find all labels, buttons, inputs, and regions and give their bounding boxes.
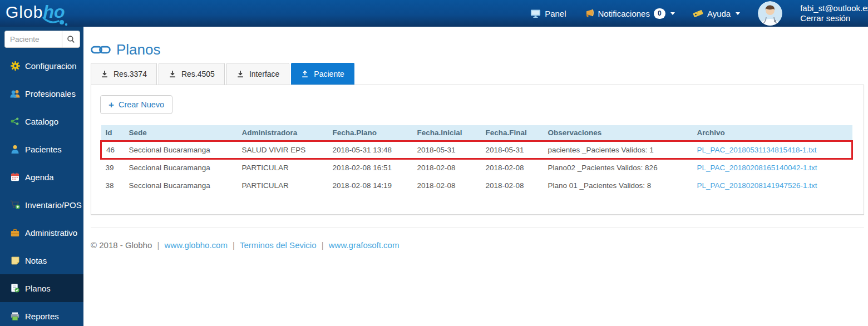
- footer-separator: |: [322, 240, 324, 250]
- person-icon: [10, 144, 20, 154]
- footer: © 2018 - Globho | www.globho.com | Termi…: [91, 240, 864, 250]
- tab-interface[interactable]: Interface: [226, 63, 289, 85]
- sidebar-item-catalogo[interactable]: Catalogo: [0, 107, 83, 135]
- search-input[interactable]: [4, 31, 62, 48]
- table-row: 46Seccional BucaramangaSALUD VIVIR EPS20…: [101, 141, 852, 159]
- sidebar-item-label: Agenda: [25, 172, 54, 182]
- nav-notificaciones[interactable]: Notificaciones 0: [584, 8, 675, 19]
- table-header: Id Sede Administradora Fecha.Plano Fecha…: [101, 125, 852, 141]
- gear-icon: [10, 61, 20, 71]
- tab-bar: Res.3374 Res.4505 Interface Paciente: [91, 63, 864, 85]
- footer-separator: |: [157, 240, 159, 250]
- cell-administradora: PARTICULAR: [238, 176, 328, 194]
- cell-id: 46: [101, 141, 125, 159]
- sidebar-item-configuracion[interactable]: Configuracion: [0, 52, 83, 80]
- upload-icon: [301, 70, 309, 78]
- chevron-down-icon: [670, 12, 675, 15]
- sidebar-item-notas[interactable]: Notas: [0, 246, 83, 274]
- cell-sede: Seccional Bucaramanga: [125, 159, 238, 176]
- logo-text-primary: Glob: [6, 3, 43, 21]
- search-button[interactable]: [62, 31, 80, 48]
- cell-fecha_inicial: 2018-02-08: [413, 176, 481, 194]
- top-nav: Panel Notificaciones 0 Ayuda: [530, 0, 868, 27]
- download-icon: [101, 70, 108, 78]
- logout-link[interactable]: Cerrar sesión: [800, 13, 868, 23]
- sidebar-item-administrativo[interactable]: Administrativo: [0, 219, 83, 246]
- sidebar-search: [0, 27, 83, 52]
- cell-archivo: PL_PAC_20180208141947526-1.txt: [693, 176, 852, 194]
- col-administradora: Administradora: [238, 125, 328, 141]
- nav-panel-label: Panel: [545, 9, 566, 18]
- cell-fecha_plano: 2018-02-08 14:19: [328, 176, 413, 194]
- table-row: 39Seccional BucaramangaPARTICULAR2018-02…: [101, 159, 852, 176]
- notifications-badge: 0: [654, 8, 665, 19]
- download-icon: [169, 70, 176, 78]
- chevron-down-icon: [736, 12, 740, 15]
- tab-label: Paciente: [314, 70, 344, 78]
- cell-fecha_final: 2018-02-08: [481, 159, 544, 176]
- sidebar-item-label: Profesionales: [25, 89, 76, 98]
- cell-observaciones: Plano02 _Pacientes Validos: 826: [544, 159, 693, 176]
- footer-separator: |: [233, 240, 235, 250]
- archivo-link[interactable]: PL_PAC_20180531134815418-1.txt: [697, 146, 817, 154]
- calendar-icon: [10, 172, 20, 182]
- archivo-link[interactable]: PL_PAC_20180208165140042-1.txt: [697, 164, 817, 172]
- sidebar-item-planos[interactable]: Planos: [0, 274, 83, 302]
- cell-id: 39: [101, 159, 125, 176]
- sidebar-item-label: Pacientes: [25, 145, 62, 154]
- ticket-icon: [693, 9, 703, 18]
- sidebar-item-profesionales[interactable]: Profesionales: [0, 80, 83, 107]
- sidebar-item-label: Administrativo: [25, 228, 77, 238]
- cell-sede: Seccional Bucaramanga: [125, 176, 238, 194]
- people-icon: [10, 88, 20, 98]
- cell-fecha_final: 2018-05-31: [481, 141, 544, 159]
- tab-label: Interface: [249, 70, 279, 78]
- crear-nuevo-button[interactable]: + Crear Nuevo: [100, 95, 172, 114]
- user-email: fabi_st@outlook.es: [800, 3, 868, 13]
- sidebar-item-label: Catalogo: [25, 117, 58, 126]
- cell-fecha_plano: 2018-02-08 16:51: [328, 159, 413, 176]
- sticky-note-icon: [10, 255, 20, 265]
- col-id: Id: [101, 125, 125, 141]
- user-avatar[interactable]: [758, 1, 782, 26]
- planos-panel: + Crear Nuevo Id Sede Administradora Fec…: [91, 85, 864, 215]
- nav-ayuda[interactable]: Ayuda: [693, 9, 740, 18]
- monitor-icon: [530, 9, 541, 18]
- sidebar-item-pacientes[interactable]: Pacientes: [0, 135, 83, 163]
- tab-res-4505[interactable]: Res.4505: [159, 63, 225, 85]
- cell-id: 38: [101, 176, 125, 194]
- cell-fecha_inicial: 2018-05-31: [413, 141, 481, 159]
- app-logo[interactable]: Globho: [6, 2, 65, 22]
- col-archivo: Archivo: [693, 125, 852, 141]
- plus-icon: +: [108, 100, 114, 110]
- footer-link-grafosoft[interactable]: www.grafosoft.com: [329, 240, 400, 250]
- archivo-link[interactable]: PL_PAC_20180208141947526-1.txt: [697, 181, 817, 190]
- cell-sede: Seccional Bucaramanga: [125, 141, 238, 159]
- main-content: Planos Res.3374 Res.4505 Interface Pacie…: [83, 27, 868, 326]
- tab-label: Res.4505: [181, 70, 215, 78]
- sidebar-item-inventario-pos[interactable]: Inventario/POS: [0, 191, 83, 219]
- sidebar-item-label: Notas: [25, 256, 47, 265]
- cell-fecha_inicial: 2018-02-08: [413, 159, 481, 176]
- nav-panel[interactable]: Panel: [530, 9, 566, 18]
- sidebar-item-label: Inventario/POS: [25, 200, 82, 210]
- share-dots-icon: [10, 116, 20, 126]
- col-fecha-final: Fecha.Final: [481, 125, 544, 141]
- planos-table: Id Sede Administradora Fecha.Plano Fecha…: [100, 125, 853, 194]
- sidebar-item-agenda[interactable]: Agenda: [0, 163, 83, 191]
- cell-observaciones: Plano 01 _Pacientes Validos: 8: [544, 176, 693, 194]
- tab-paciente[interactable]: Paciente: [291, 63, 354, 85]
- cell-administradora: SALUD VIVIR EPS: [238, 141, 328, 159]
- footer-link-terminos[interactable]: Terminos del Sevicio: [240, 240, 317, 250]
- col-fecha-inicial: Fecha.Inicial: [413, 125, 481, 141]
- col-sede: Sede: [125, 125, 238, 141]
- footer-link-globho[interactable]: www.globho.com: [165, 240, 228, 250]
- col-observaciones: Observaciones: [544, 125, 693, 141]
- tab-res-3374[interactable]: Res.3374: [91, 63, 157, 85]
- nav-ayuda-label: Ayuda: [707, 9, 731, 18]
- cell-fecha_final: 2018-02-08: [481, 176, 544, 194]
- cell-fecha_plano: 2018-05-31 13:48: [328, 141, 413, 159]
- cell-observaciones: pacientes _Pacientes Validos: 1: [544, 141, 693, 159]
- sidebar-item-reportes[interactable]: Reportes: [0, 302, 83, 326]
- sidebar-item-label: Planos: [25, 284, 51, 293]
